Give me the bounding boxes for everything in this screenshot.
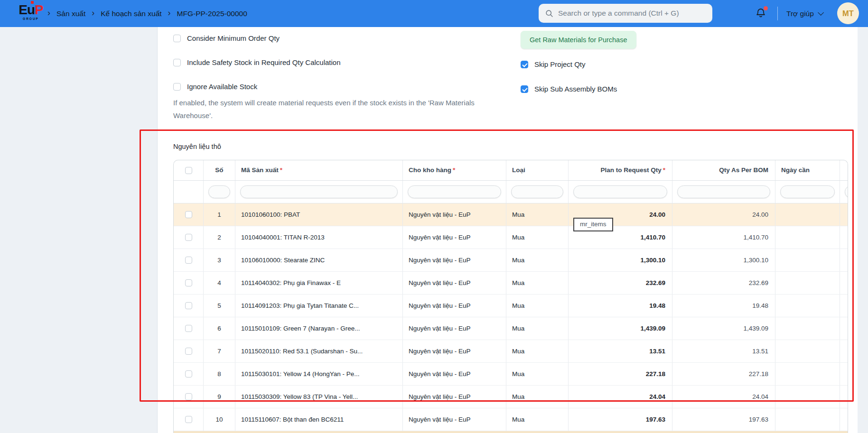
plan-to-request-qty-cell[interactable]: 197.63 [569, 408, 672, 431]
breadcrumb-san-xuat[interactable]: Sản xuất [56, 9, 85, 18]
filter-input[interactable] [677, 185, 770, 198]
required-date-cell[interactable] [775, 340, 840, 362]
row-checkbox-cell [174, 317, 204, 340]
qty-as-per-bom-cell[interactable]: 1,410.70 [672, 226, 775, 249]
qty-as-per-bom-cell[interactable]: 197.63 [672, 408, 775, 431]
item-code-cell[interactable]: 10101060100: PBAT [235, 203, 403, 226]
plan-to-request-qty-cell[interactable]: 19.48 [569, 295, 672, 317]
plan-to-request-qty-cell[interactable]: 227.18 [569, 363, 672, 385]
avatar[interactable]: MT [837, 2, 859, 24]
logo-subtext: GROUP [14, 18, 47, 21]
material-request-type-cell[interactable]: Mua [506, 408, 569, 431]
item-code-cell[interactable]: 10115110607: Bột than đen BC6211 [235, 408, 403, 431]
filter-input[interactable] [845, 185, 848, 198]
notifications-bell-icon[interactable] [755, 7, 767, 20]
row-checkbox[interactable] [185, 257, 192, 264]
column-header-clipped [840, 160, 848, 180]
required-date-cell[interactable] [775, 226, 840, 249]
filter-input[interactable] [511, 185, 563, 198]
required-date-cell[interactable] [775, 386, 840, 408]
row-index: 8 [204, 363, 235, 385]
material-request-type-cell[interactable]: Mua [506, 203, 569, 226]
qty-as-per-bom-cell[interactable]: 227.18 [672, 363, 775, 385]
row-checkbox[interactable] [185, 211, 192, 218]
warehouse-cell[interactable]: Nguyên vật liệu - EuP [403, 408, 506, 431]
row-checkbox[interactable] [185, 370, 192, 378]
plan-to-request-qty-cell[interactable]: 232.69 [569, 272, 672, 294]
warehouse-cell[interactable]: Nguyên vật liệu - EuP [403, 226, 506, 249]
qty-as-per-bom-cell[interactable]: 24.00 [672, 203, 775, 226]
checkbox[interactable] [521, 85, 528, 93]
material-request-type-cell[interactable]: Mua [506, 317, 569, 340]
help-dropdown[interactable]: Trợ giúp [786, 0, 822, 27]
warehouse-cell[interactable]: Nguyên vật liệu - EuP [403, 340, 506, 362]
plan-to-request-qty-cell[interactable]: 1,300.10 [569, 249, 672, 271]
item-code-cell[interactable]: 10115010109: Green 7 (Narayan - Gree... [235, 317, 403, 340]
required-date-cell[interactable] [775, 408, 840, 431]
required-date-cell[interactable] [775, 203, 840, 226]
checkbox[interactable] [173, 35, 181, 42]
plan-to-request-qty-cell[interactable]: 1,439.09 [569, 317, 672, 340]
filter-input[interactable] [240, 185, 398, 198]
item-code-cell[interactable]: 10115020110: Red 53.1 (Sudarshan - Su... [235, 340, 403, 362]
breadcrumb-ke-hoach-san-xuat[interactable]: Kế hoạch sản xuất [101, 9, 161, 18]
row-checkbox[interactable] [185, 234, 192, 241]
row-checkbox[interactable] [185, 302, 192, 309]
search-input[interactable]: Search or type a command (Ctrl + G) [539, 4, 712, 23]
material-request-type-cell[interactable]: Mua [506, 295, 569, 317]
material-request-type-cell[interactable]: Mua [506, 363, 569, 385]
item-code-cell[interactable]: 10104040001: TITAN R-2013 [235, 226, 403, 249]
material-request-type-cell[interactable]: Mua [506, 249, 569, 271]
material-request-type-cell[interactable]: Mua [506, 340, 569, 362]
checkbox[interactable] [521, 61, 528, 68]
warehouse-cell[interactable]: Nguyên vật liệu - EuP [403, 272, 506, 294]
breadcrumb-document-id[interactable]: MFG-PP-2025-00000 [177, 9, 247, 18]
warehouse-cell[interactable]: Nguyên vật liệu - EuP [403, 295, 506, 317]
row-checkbox[interactable] [185, 393, 192, 400]
material-request-type-cell[interactable]: Mua [506, 386, 569, 408]
required-date-cell[interactable] [775, 295, 840, 317]
warehouse-cell[interactable]: Nguyên vật liệu - EuP [403, 386, 506, 408]
warehouse-cell[interactable]: Nguyên vật liệu - EuP [403, 203, 506, 226]
checkbox[interactable] [173, 83, 181, 91]
qty-as-per-bom-cell[interactable]: 24.04 [672, 386, 775, 408]
qty-as-per-bom-cell[interactable]: 1,439.09 [672, 317, 775, 340]
row-index: 1 [204, 203, 235, 226]
qty-as-per-bom-cell[interactable]: 1,300.10 [672, 249, 775, 271]
filter-input[interactable] [573, 185, 667, 198]
checkbox[interactable] [173, 59, 181, 66]
plan-to-request-qty-cell[interactable]: 13.51 [569, 340, 672, 362]
get-raw-materials-button[interactable]: Get Raw Materials for Purchase [521, 31, 636, 49]
search-icon [545, 9, 553, 18]
plan-to-request-qty-cell[interactable]: 24.04 [569, 386, 672, 408]
item-code-cell[interactable]: 10114040302: Phụ gia Finawax - E [235, 272, 403, 294]
item-code-cell[interactable]: 10106010000: Stearate ZINC [235, 249, 403, 271]
item-code-cell[interactable]: 10114091203: Phụ gia Tytan Titanate C... [235, 295, 403, 317]
option-label: Skip Sub Assembly BOMs [534, 85, 617, 93]
required-date-cell[interactable] [775, 272, 840, 294]
warehouse-cell[interactable]: Nguyên vật liệu - EuP [403, 317, 506, 340]
row-checkbox[interactable] [185, 325, 192, 332]
required-date-cell[interactable] [775, 317, 840, 340]
qty-as-per-bom-cell[interactable]: 13.51 [672, 340, 775, 362]
row-checkbox[interactable] [185, 348, 192, 355]
qty-as-per-bom-cell[interactable]: 19.48 [672, 295, 775, 317]
filter-input[interactable] [408, 185, 501, 198]
required-date-cell[interactable] [775, 363, 840, 385]
breadcrumb-separator-icon: › [168, 8, 171, 19]
item-code-cell[interactable]: 10115030309: Yellow 83 (TP Vina - Yell..… [235, 386, 403, 408]
material-request-type-cell[interactable]: Mua [506, 226, 569, 249]
qty-as-per-bom-cell[interactable]: 232.69 [672, 272, 775, 294]
required-date-cell[interactable] [775, 249, 840, 271]
filter-input[interactable] [780, 185, 835, 198]
filter-input[interactable] [208, 185, 230, 198]
material-request-type-cell[interactable]: Mua [506, 272, 569, 294]
select-all-checkbox[interactable] [185, 167, 192, 174]
eup-logo[interactable]: EuP GROUP [14, 3, 47, 21]
row-checkbox[interactable] [185, 416, 192, 423]
row-checkbox[interactable] [185, 279, 192, 286]
warehouse-cell[interactable]: Nguyên vật liệu - EuP [403, 363, 506, 385]
row-checkbox-cell [174, 340, 204, 362]
item-code-cell[interactable]: 10115030101: Yellow 14 (HongYan - Pe... [235, 363, 403, 385]
warehouse-cell[interactable]: Nguyên vật liệu - EuP [403, 249, 506, 271]
